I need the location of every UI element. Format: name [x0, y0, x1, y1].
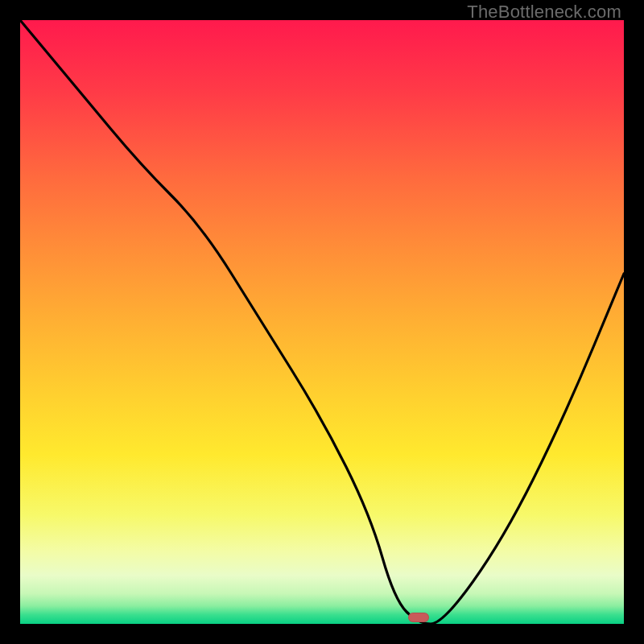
- chart-frame: TheBottleneck.com: [0, 0, 644, 644]
- bottleneck-curve: [20, 20, 624, 624]
- plot-area: [20, 20, 624, 624]
- minimum-marker: [408, 613, 429, 622]
